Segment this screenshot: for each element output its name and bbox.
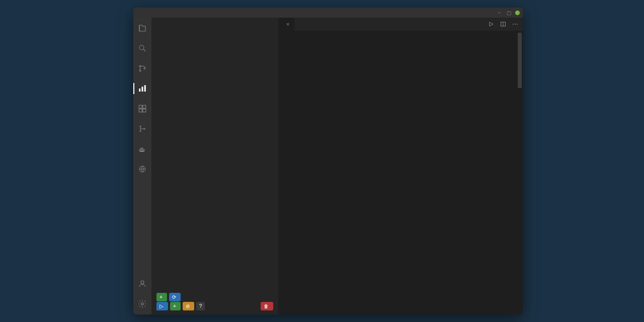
svg-rect-6 [144,85,146,92]
git-graph-icon[interactable] [137,123,148,134]
gear-icon[interactable] [137,298,148,309]
code-area[interactable] [278,31,523,314]
run-all-button[interactable]: ▷ [156,302,168,310]
problem-title [151,23,278,31]
more-icon[interactable]: ⋯ [512,21,519,28]
svg-point-15 [141,281,144,284]
svg-rect-10 [143,109,146,112]
svg-rect-8 [143,105,146,108]
svg-rect-9 [139,109,142,112]
remote-icon[interactable] [137,164,148,175]
svg-point-12 [140,130,141,132]
stop-button[interactable]: ⊘ [183,302,194,310]
new-button[interactable]: + [170,302,181,310]
minimize-icon[interactable]: − [497,10,502,15]
panel-title [151,18,278,23]
svg-rect-7 [139,105,142,108]
svg-point-16 [141,303,144,305]
svg-point-2 [139,70,141,71]
docker-icon[interactable] [137,143,148,154]
svg-point-3 [144,68,145,69]
extensions-icon[interactable] [137,103,148,114]
source-control-icon[interactable] [137,63,148,74]
line-gutter [278,31,298,314]
tab-active[interactable]: × [278,18,294,31]
tab-bar: × ⋯ [278,18,523,31]
new-testcase-button[interactable]: + [156,293,167,301]
run-icon[interactable] [488,21,495,28]
search-icon[interactable] [137,43,148,54]
window-controls: − ▢ [497,10,520,15]
explorer-icon[interactable] [137,23,148,34]
cph-judge-icon[interactable] [137,83,148,94]
vscode-window: − ▢ + ⟳ [133,8,523,314]
titlebar: − ▢ [133,8,523,18]
sidebar-cph: + ⟳ ▷ + ⊘ ? 🗑 [151,18,278,314]
accounts-icon[interactable] [137,278,148,289]
delete-button[interactable]: 🗑 [261,302,273,310]
maximize-icon[interactable]: ▢ [506,10,511,15]
svg-rect-5 [142,87,143,92]
close-icon[interactable] [515,11,520,15]
help-button[interactable]: ? [196,302,205,310]
submit-codeforces-button[interactable]: ⟳ [169,293,181,301]
tab-close-icon[interactable]: × [286,21,289,27]
testcase-list [151,31,278,289]
code-lines[interactable] [298,31,523,314]
editor: × ⋯ [278,18,523,314]
vertical-scrollbar[interactable] [518,33,522,88]
split-editor-icon[interactable] [500,21,507,28]
svg-point-11 [140,126,141,127]
svg-point-1 [139,65,141,67]
svg-rect-4 [139,89,140,92]
svg-point-13 [144,128,145,130]
svg-point-0 [139,45,144,50]
activity-bar [133,18,151,314]
